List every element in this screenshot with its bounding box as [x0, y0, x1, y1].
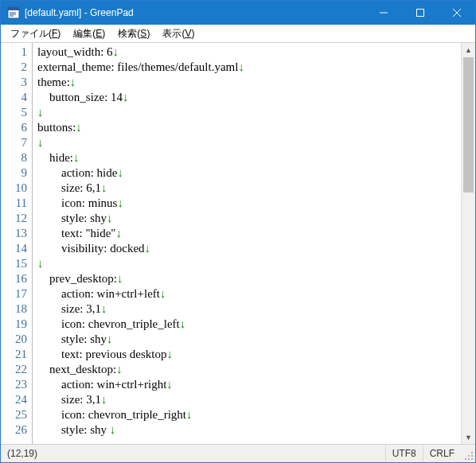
- eol-marker: ↓: [117, 166, 123, 179]
- code-text: size: 3,1: [37, 393, 101, 406]
- code-line[interactable]: size: 6,1↓: [37, 181, 461, 196]
- code-line[interactable]: size: 3,1↓: [37, 392, 461, 407]
- code-text: size: 3,1: [37, 302, 101, 315]
- eol-marker: ↓: [37, 136, 44, 149]
- code-line[interactable]: ↓: [37, 256, 461, 271]
- code-line[interactable]: hide:↓: [37, 150, 461, 165]
- menubar: ファイル(F) 編集(E) 検索(S) 表示(V): [1, 25, 475, 43]
- menu-file-label: ファイル: [10, 28, 49, 39]
- eol-marker: ↓: [107, 212, 113, 224]
- line-number: 5: [1, 105, 32, 120]
- svg-rect-1: [8, 7, 19, 10]
- code-line[interactable]: prev_desktop:↓: [37, 271, 461, 286]
- menu-search-label: 検索: [118, 28, 137, 39]
- code-text: layout_width: 6: [37, 45, 113, 58]
- eol-marker: ↓: [37, 257, 44, 270]
- code-text: theme:: [37, 76, 70, 88]
- line-number: 1: [1, 45, 32, 60]
- editor-area: 1234567891011121314151617181920212223242…: [1, 43, 475, 445]
- code-line[interactable]: style: shy↓: [37, 332, 461, 347]
- menu-edit[interactable]: 編集(E): [67, 25, 111, 42]
- code-line[interactable]: next_desktop:↓: [37, 362, 461, 377]
- menu-edit-mnemonic: E: [96, 28, 102, 39]
- line-number: 24: [1, 392, 32, 407]
- eol-marker: ↓: [145, 242, 151, 255]
- code-text: action: hide: [37, 166, 117, 179]
- eol-marker: ↓: [166, 348, 173, 360]
- line-number: 22: [1, 362, 32, 377]
- code-text: size: 6,1: [37, 181, 101, 194]
- status-lineending[interactable]: CRLF: [423, 445, 461, 462]
- code-line[interactable]: buttons:↓: [37, 120, 461, 135]
- code-line[interactable]: ↓: [37, 105, 461, 120]
- code-text: hide:: [37, 151, 73, 164]
- code-text: button_size: 14: [37, 91, 123, 103]
- code-text: text: previous desktop: [37, 348, 166, 360]
- line-number: 21: [1, 347, 32, 362]
- menu-search[interactable]: 検索(S): [111, 25, 156, 42]
- titlebar[interactable]: [default.yaml] - GreenPad: [1, 1, 475, 25]
- code-line[interactable]: icon: chevron_triple_right↓: [37, 407, 461, 422]
- code-line[interactable]: action: hide↓: [37, 165, 461, 181]
- line-number: 9: [1, 165, 32, 181]
- eol-marker: ↓: [37, 106, 44, 119]
- eol-marker: ↓: [113, 45, 119, 58]
- menu-edit-label: 編集: [73, 28, 92, 39]
- eol-marker: ↓: [73, 151, 80, 164]
- menu-view-label: 表示: [162, 28, 181, 39]
- code-line[interactable]: size: 3,1↓: [37, 302, 461, 317]
- eol-marker: ↓: [101, 393, 107, 406]
- code-view[interactable]: layout_width: 6↓external_theme: files/th…: [33, 43, 461, 444]
- svg-point-14: [471, 458, 473, 460]
- code-line[interactable]: style: shy↓: [37, 211, 461, 226]
- resize-grip[interactable]: [461, 445, 475, 462]
- code-text: text: "hide": [37, 227, 115, 239]
- code-text: style: shy: [37, 333, 107, 345]
- line-number: 3: [1, 75, 32, 90]
- code-line[interactable]: button_size: 14↓: [37, 90, 461, 105]
- line-number: 6: [1, 120, 32, 135]
- eol-marker: ↓: [70, 76, 76, 88]
- eol-marker: ↓: [238, 60, 244, 73]
- code-text: icon: minus: [37, 196, 117, 209]
- code-line[interactable]: text: "hide"↓: [37, 226, 461, 241]
- statusbar: (12,19) UTF8 CRLF: [1, 445, 475, 462]
- code-line[interactable]: external_theme: files/themes/default.yam…: [37, 60, 461, 75]
- code-line[interactable]: style: shy ↓: [37, 422, 461, 438]
- menu-file[interactable]: ファイル(F): [4, 25, 67, 42]
- code-text: visibility: docked: [37, 242, 145, 255]
- status-encoding[interactable]: UTF8: [385, 445, 423, 462]
- menu-view[interactable]: 表示(V): [156, 25, 201, 42]
- minimize-button[interactable]: [365, 1, 402, 25]
- line-number: 14: [1, 241, 32, 256]
- code-text: icon: chevron_triple_right: [37, 408, 186, 421]
- code-line[interactable]: visibility: docked↓: [37, 241, 461, 256]
- maximize-button[interactable]: [402, 1, 439, 25]
- eol-marker: ↓: [107, 333, 113, 345]
- line-number: 12: [1, 211, 32, 226]
- menu-view-mnemonic: V: [185, 28, 191, 39]
- line-number: 19: [1, 317, 32, 332]
- vertical-scrollbar[interactable]: ▲ ▼: [461, 43, 475, 444]
- code-text: external_theme: files/themes/default.yam…: [37, 60, 238, 73]
- code-line[interactable]: action: win+ctrl+right↓: [37, 377, 461, 392]
- code-line[interactable]: text: previous desktop↓: [37, 347, 461, 362]
- code-line[interactable]: action: win+ctrl+left↓: [37, 286, 461, 302]
- line-number: 23: [1, 377, 32, 392]
- code-line[interactable]: ↓: [37, 135, 461, 150]
- code-text: style: shy: [37, 423, 110, 436]
- eol-marker: ↓: [115, 227, 122, 239]
- svg-point-10: [468, 455, 470, 457]
- code-text: style: shy: [37, 212, 107, 224]
- code-line[interactable]: icon: chevron_triple_left↓: [37, 317, 461, 332]
- scroll-thumb[interactable]: [463, 57, 474, 193]
- scroll-down-arrow[interactable]: ▼: [462, 430, 475, 444]
- code-line[interactable]: icon: minus↓: [37, 196, 461, 211]
- svg-point-13: [468, 458, 470, 460]
- code-line[interactable]: theme:↓: [37, 75, 461, 90]
- close-button[interactable]: [439, 1, 475, 25]
- line-number: 25: [1, 407, 32, 422]
- scroll-up-arrow[interactable]: ▲: [462, 43, 475, 56]
- code-line[interactable]: layout_width: 6↓: [37, 45, 461, 60]
- line-number: 16: [1, 271, 32, 286]
